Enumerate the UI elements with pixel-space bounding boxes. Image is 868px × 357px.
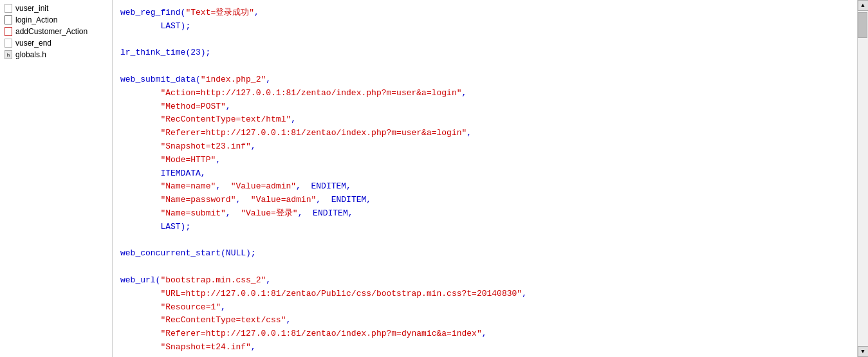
code-text: web_reg_find("Text=登录成功", LAST); lr_thin… [113,3,852,357]
scroll-up-button[interactable]: ▲ [858,0,869,11]
sidebar-label-globals-h: globals.h [15,50,46,59]
sidebar-item-globals-h[interactable]: h globals.h [0,49,112,60]
page-icon [4,4,13,13]
h-file-icon: h [4,50,13,59]
sidebar-item-vuser-end[interactable]: vuser_end [0,37,112,49]
vertical-scrollbar[interactable]: ▲ ▼ [857,0,868,357]
sidebar-label-login-action: login_Action [15,15,57,24]
scroll-track[interactable] [858,11,868,346]
sidebar-label-vuser-end: vuser_end [15,39,51,48]
scroll-down-arrow-icon: ▼ [861,349,864,355]
sidebar: vuser_init login_Action addCustomer_Acti… [0,0,113,357]
main-content: web_reg_find("Text=登录成功", LAST); lr_thin… [113,0,868,357]
page-check-icon [4,15,13,24]
page-end-icon [4,39,13,48]
sidebar-item-addcustomer-action[interactable]: addCustomer_Action [0,26,112,37]
code-editor[interactable]: web_reg_find("Text=登录成功", LAST); lr_thin… [113,0,857,357]
scroll-thumb[interactable] [858,12,867,38]
sidebar-label-addcustomer-action: addCustomer_Action [15,27,88,36]
sidebar-item-login-action[interactable]: login_Action [0,14,112,26]
scroll-up-arrow-icon: ▲ [861,3,864,9]
scroll-down-button[interactable]: ▼ [858,346,869,357]
page-red-icon [4,27,13,36]
sidebar-label-vuser-init: vuser_init [15,4,48,13]
sidebar-item-vuser-init[interactable]: vuser_init [0,3,112,14]
